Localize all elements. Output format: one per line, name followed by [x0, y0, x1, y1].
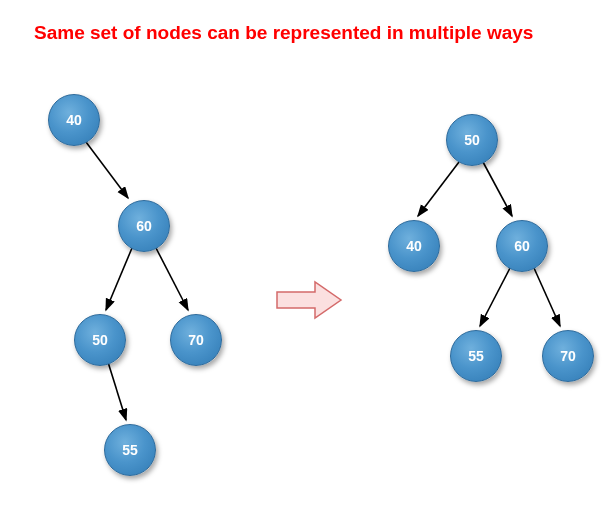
right-node-55: 55 — [450, 330, 502, 382]
node-label: 40 — [66, 112, 82, 128]
right-node-50: 50 — [446, 114, 498, 166]
node-label: 70 — [188, 332, 204, 348]
svg-line-2 — [156, 248, 188, 310]
left-node-50: 50 — [74, 314, 126, 366]
node-label: 60 — [136, 218, 152, 234]
node-label: 70 — [560, 348, 576, 364]
center-arrow-icon — [275, 278, 345, 322]
svg-line-3 — [108, 362, 126, 420]
right-node-70: 70 — [542, 330, 594, 382]
right-node-60: 60 — [496, 220, 548, 272]
svg-line-5 — [483, 162, 512, 216]
left-node-40: 40 — [48, 94, 100, 146]
node-label: 60 — [514, 238, 530, 254]
node-label: 40 — [406, 238, 422, 254]
left-node-70: 70 — [170, 314, 222, 366]
svg-line-4 — [418, 162, 459, 216]
node-label: 50 — [92, 332, 108, 348]
node-label: 55 — [468, 348, 484, 364]
right-node-40: 40 — [388, 220, 440, 272]
node-label: 55 — [122, 442, 138, 458]
svg-line-1 — [106, 248, 132, 310]
svg-line-7 — [534, 268, 560, 326]
diagram-title: Same set of nodes can be represented in … — [34, 22, 533, 44]
left-node-60: 60 — [118, 200, 170, 252]
node-label: 50 — [464, 132, 480, 148]
svg-line-0 — [86, 142, 128, 198]
svg-line-6 — [480, 268, 510, 326]
left-node-55: 55 — [104, 424, 156, 476]
